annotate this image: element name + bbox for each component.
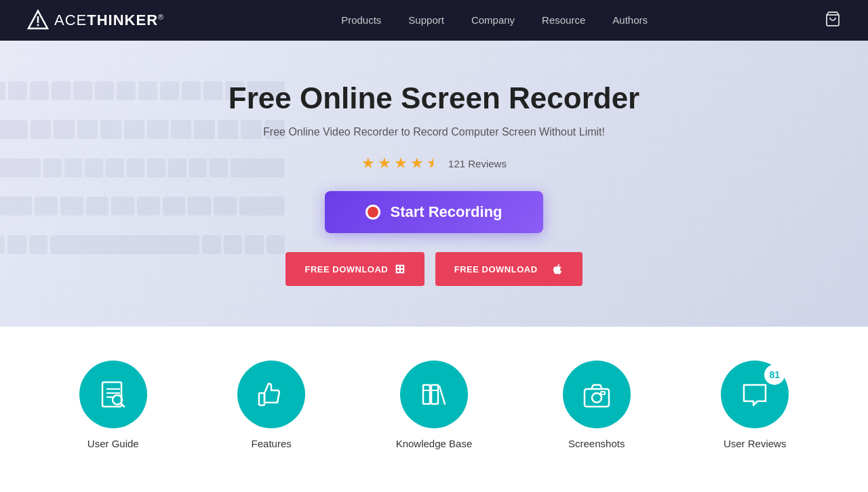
feature-card-features[interactable]: Features	[237, 361, 305, 449]
download-windows-button[interactable]: FREE DOWNLOAD ⊞	[285, 252, 424, 286]
svg-rect-12	[431, 385, 438, 404]
screenshots-label: Screenshots	[568, 438, 625, 449]
chat-icon	[738, 378, 771, 411]
download-mac-label: FREE DOWNLOAD	[454, 264, 538, 274]
download-mac-button[interactable]: FREE DOWNLOAD	[435, 252, 583, 286]
star-3: ★	[394, 155, 408, 172]
windows-icon: ⊞	[395, 262, 406, 276]
logo-text: ACETHINKER®	[54, 12, 164, 29]
svg-rect-11	[423, 385, 430, 404]
nav-item-company[interactable]: Company	[471, 14, 515, 26]
rating-row: ★ ★ ★ ★ ★ ★ 121 Reviews	[229, 155, 639, 172]
download-windows-label: FREE DOWNLOAD	[304, 264, 388, 274]
start-recording-label: Start Recording	[390, 203, 502, 221]
nav-item-authors[interactable]: Authors	[612, 14, 648, 26]
svg-point-16	[592, 393, 601, 403]
svg-point-2	[37, 24, 39, 26]
feature-card-knowledge-base[interactable]: Knowledge Base	[396, 361, 473, 449]
logo-icon	[27, 9, 49, 31]
features-label: Features	[252, 438, 292, 449]
screenshots-icon-circle	[563, 361, 631, 428]
user-guide-icon	[97, 378, 130, 411]
feature-card-user-guide[interactable]: User Guide	[79, 361, 147, 449]
svg-rect-10	[259, 393, 264, 405]
knowledge-base-label: Knowledge Base	[396, 438, 473, 449]
nav-link-support[interactable]: Support	[408, 14, 444, 26]
nav-item-support[interactable]: Support	[408, 14, 444, 26]
hero-title: Free Online Screen Recorder	[229, 81, 639, 115]
thumbs-up-icon	[255, 378, 288, 411]
user-guide-label: User Guide	[87, 438, 139, 449]
star-half: ★ ★	[427, 155, 440, 172]
hero-subtitle: Free Online Video Recorder to Record Com…	[229, 126, 639, 138]
hero-section: Free Online Screen Recorder Free Online …	[0, 41, 868, 327]
feature-card-user-reviews[interactable]: 81 User Reviews	[721, 361, 789, 449]
cart-icon[interactable]	[825, 11, 841, 30]
nav-item-products[interactable]: Products	[341, 14, 381, 26]
apple-icon	[551, 263, 564, 275]
nav-link-resource[interactable]: Resource	[542, 14, 585, 26]
user-guide-icon-circle	[79, 361, 147, 428]
features-icon-circle	[237, 361, 305, 428]
star-4: ★	[410, 155, 424, 172]
feature-card-screenshots[interactable]: Screenshots	[563, 361, 631, 449]
camera-icon	[580, 378, 613, 411]
nav-links: Products Support Company Resource Author…	[341, 14, 648, 26]
reviews-badge: 81	[764, 365, 785, 385]
star-1: ★	[361, 155, 375, 172]
hero-content: Free Online Screen Recorder Free Online …	[215, 41, 653, 327]
nav-item-resource[interactable]: Resource	[542, 14, 585, 26]
nav-link-authors[interactable]: Authors	[612, 14, 648, 26]
record-dot-icon	[366, 205, 380, 220]
nav-link-products[interactable]: Products	[341, 14, 381, 26]
nav-link-company[interactable]: Company	[471, 14, 515, 26]
books-icon	[418, 378, 450, 411]
reviews-count: 121 Reviews	[448, 158, 507, 169]
knowledge-base-icon-circle	[400, 361, 468, 428]
features-section: User Guide Features Knowledge Base	[0, 327, 868, 483]
user-reviews-icon-circle: 81	[721, 361, 789, 428]
download-buttons-row: FREE DOWNLOAD ⊞ FREE DOWNLOAD	[229, 252, 639, 286]
star-2: ★	[378, 155, 391, 172]
svg-rect-17	[601, 392, 605, 394]
user-reviews-label: User Reviews	[724, 438, 787, 449]
start-recording-button[interactable]: Start Recording	[325, 191, 542, 233]
logo[interactable]: ACETHINKER®	[27, 9, 164, 31]
navigation: ACETHINKER® Products Support Company Res…	[0, 0, 868, 41]
